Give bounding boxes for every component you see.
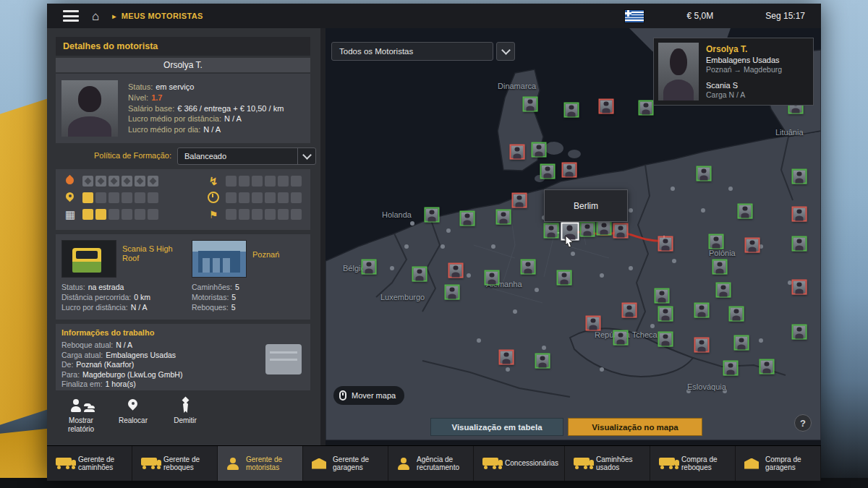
driver-marker[interactable]	[425, 207, 440, 223]
bottom-nav-item[interactable]: Caminhões usados	[565, 446, 650, 481]
driver-marker[interactable]	[445, 285, 460, 300]
driver-marker[interactable]	[564, 103, 579, 118]
nav-label: Concessionárias	[505, 459, 558, 468]
driver-marker[interactable]	[738, 204, 753, 219]
driver-marker[interactable]	[540, 164, 556, 179]
skill-cell	[82, 192, 93, 203]
stat-row: Distância percorrida: 0 km	[61, 292, 150, 302]
breadcrumb: ▸ MEUS MOTORISTAS	[112, 12, 203, 20]
driver-marker[interactable]	[792, 236, 807, 252]
home-icon[interactable]: ⌂	[92, 10, 99, 22]
table-view-button[interactable]: Visualização em tabela	[430, 418, 563, 436]
long-distance-skill-icon	[64, 192, 76, 203]
driver-marker[interactable]	[510, 145, 525, 160]
skill-cell	[239, 209, 250, 220]
card-truck: Scania S	[706, 81, 810, 90]
bottom-nav-item[interactable]: Gerente de reboques	[132, 446, 218, 481]
recruitment-agency-icon	[397, 458, 410, 470]
driver-marker[interactable]	[712, 260, 728, 275]
dismiss-button[interactable]: Demitir	[163, 395, 208, 438]
nav-label: Caminhões usados	[596, 455, 644, 472]
stat-value: 1.7	[151, 93, 162, 103]
map-view-button[interactable]: Visualização no mapa	[568, 418, 702, 436]
driver-marker[interactable]	[723, 361, 739, 376]
selected-driver-card[interactable]: Orsolya T. Embalagens Usadas Poznań → Ma…	[653, 38, 814, 106]
driver-marker[interactable]	[499, 350, 514, 365]
driver-marker[interactable]	[792, 325, 807, 340]
show-report-button[interactable]: Mostrar relatório	[59, 395, 103, 438]
truck-thumbnail[interactable]	[61, 240, 116, 278]
driver-name: Orsolya T.	[56, 58, 310, 72]
driver-marker[interactable]	[697, 166, 712, 181]
relocate-button[interactable]: Realocar	[111, 395, 156, 438]
truck-stats: Status: na estrada Distância percorrida:…	[61, 282, 150, 312]
driver-marker[interactable]	[580, 222, 595, 237]
bottom-nav-item[interactable]: Compra de garagens	[736, 446, 821, 481]
driver-marker[interactable]	[521, 260, 536, 275]
garage-thumbnail[interactable]	[192, 240, 247, 278]
driver-marker[interactable]	[655, 288, 670, 304]
skill-cell	[252, 192, 263, 203]
stat-value: N / A	[116, 341, 132, 351]
driver-marker[interactable]	[412, 267, 427, 282]
trailer-thumbnail	[265, 344, 302, 374]
driver-marker[interactable]	[512, 193, 527, 208]
driver-marker[interactable]	[658, 332, 673, 347]
training-policy-row: Política de Formação: Balanceado	[56, 147, 310, 166]
skill-cell	[226, 192, 237, 203]
driver-marker[interactable]	[485, 270, 500, 286]
skill-cells	[226, 176, 302, 187]
driver-marker[interactable]	[792, 207, 807, 222]
driver-marker[interactable]	[694, 338, 710, 353]
driver-marker[interactable]	[760, 359, 775, 374]
skill-cell	[122, 192, 132, 203]
driver-marker[interactable]	[523, 97, 538, 112]
menu-icon[interactable]	[63, 10, 79, 22]
bottom-nav-item[interactable]: Compra de reboques	[650, 446, 736, 481]
bottom-nav-item[interactable]: Gerente de motoristas	[218, 446, 303, 481]
stat-value: 1 hora(s)	[106, 380, 136, 390]
driver-marker[interactable]	[535, 354, 550, 369]
driver-marker[interactable]	[622, 303, 637, 318]
driver-marker[interactable]	[745, 238, 760, 253]
driver-marker[interactable]	[362, 260, 377, 275]
truck-name[interactable]: Scania S High Roof	[122, 244, 189, 263]
driver-marker[interactable]	[709, 234, 724, 249]
help-button[interactable]: ?	[794, 414, 812, 432]
training-policy-select[interactable]: Balanceado	[177, 147, 316, 165]
driver-filter-dropdown[interactable]: Todos os Motoristas	[331, 42, 493, 61]
stat-label: Caminhões:	[192, 282, 232, 292]
bottom-nav-item[interactable]: Gerente de garagens	[303, 446, 388, 481]
driver-marker[interactable]	[639, 100, 654, 116]
garage-name[interactable]: Poznań	[252, 250, 279, 259]
driver-marker[interactable]	[716, 283, 731, 298]
bottom-nav-item[interactable]: Gerente de caminhões	[47, 446, 132, 481]
driver-marker[interactable]	[613, 330, 629, 346]
driver-marker[interactable]	[448, 263, 464, 278]
stat-row: Lucro médio por dia: N / A	[128, 124, 306, 135]
driver-marker[interactable]	[599, 99, 614, 114]
driver-marker[interactable]	[544, 223, 559, 239]
driver-marker[interactable]	[613, 223, 629, 239]
driver-marker[interactable]	[460, 211, 475, 226]
filter-chevron-down-icon[interactable]	[496, 42, 515, 61]
driver-marker[interactable]	[729, 307, 744, 322]
driver-marker[interactable]	[562, 163, 577, 178]
driver-marker[interactable]	[557, 270, 572, 286]
driver-marker[interactable]	[658, 307, 673, 322]
drivers-map[interactable]: DinamarcaLituâniaHolandaPolôniaAlemanhaL…	[326, 28, 821, 446]
bottom-nav-item[interactable]: Concessionárias	[474, 446, 565, 481]
driver-marker[interactable]	[658, 236, 673, 252]
app-window: ⌂ ▸ MEUS MOTORISTAS € 5,0M Seg 15:17 Det…	[47, 4, 821, 481]
driver-marker[interactable]	[734, 335, 749, 351]
driver-marker[interactable]	[586, 316, 601, 331]
driver-marker[interactable]	[532, 142, 547, 158]
bottom-nav-item[interactable]: Agência de recrutamento	[388, 446, 474, 481]
driver-marker[interactable]	[496, 210, 511, 225]
driver-marker[interactable]	[792, 280, 807, 295]
driver-marker[interactable]	[694, 303, 710, 318]
driver-marker[interactable]	[597, 221, 612, 236]
driver-marker[interactable]	[561, 223, 579, 241]
chevron-down-icon[interactable]	[297, 148, 315, 164]
driver-marker[interactable]	[792, 169, 807, 184]
